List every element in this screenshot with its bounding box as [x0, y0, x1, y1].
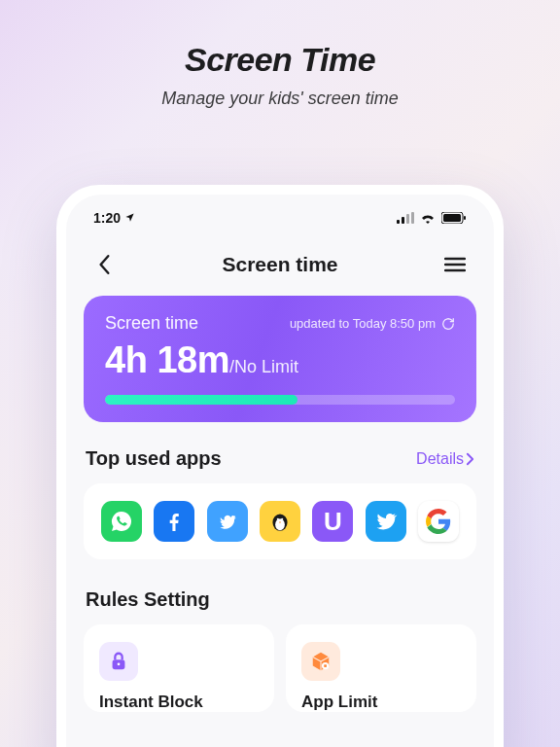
- nav-title: Screen time: [222, 253, 337, 276]
- rules-title: Rules Setting: [86, 588, 474, 611]
- status-time: 1:20: [93, 210, 121, 226]
- app-twitter[interactable]: [366, 501, 406, 542]
- rule-app-limit[interactable]: App Limit: [286, 624, 476, 712]
- svg-rect-3: [411, 212, 414, 224]
- card-label: Screen time: [105, 313, 198, 334]
- device-frame: 1:20 Screen time: [56, 185, 504, 747]
- svg-rect-2: [406, 214, 409, 224]
- time-limit: /No Limit: [229, 357, 298, 377]
- card-updated: updated to Today 8:50 pm: [290, 316, 455, 331]
- svg-rect-1: [402, 217, 404, 224]
- refresh-icon: [441, 317, 455, 331]
- details-link[interactable]: Details: [416, 450, 474, 468]
- app-whatsapp[interactable]: [101, 501, 142, 542]
- svg-point-15: [118, 662, 121, 665]
- app-facebook[interactable]: [154, 501, 194, 542]
- rule-name: App Limit: [301, 693, 461, 712]
- menu-button[interactable]: [441, 251, 469, 278]
- lock-icon: [108, 651, 129, 672]
- svg-rect-6: [464, 216, 466, 220]
- box-icon: [310, 651, 332, 672]
- top-used-title: Top used apps: [86, 447, 222, 470]
- progress-track: [105, 395, 455, 405]
- svg-rect-0: [397, 220, 400, 224]
- app-google[interactable]: [418, 501, 459, 542]
- location-icon: [124, 210, 135, 226]
- app-u[interactable]: U: [312, 501, 353, 542]
- time-value: 4h 18m: [105, 339, 229, 381]
- progress-fill: [105, 395, 298, 405]
- card-updated-text: updated to Today 8:50 pm: [290, 316, 436, 331]
- svg-point-13: [281, 518, 283, 520]
- app-penguin[interactable]: [260, 501, 300, 542]
- hero-title: Screen Time: [0, 41, 560, 79]
- svg-rect-5: [443, 214, 461, 222]
- hero-subtitle: Manage your kids' screen time: [0, 89, 560, 109]
- svg-point-11: [275, 518, 285, 530]
- top-used-apps: U: [84, 483, 476, 559]
- battery-icon: [441, 212, 467, 224]
- device-screen: 1:20 Screen time: [66, 195, 494, 747]
- signal-icon: [397, 212, 414, 224]
- details-link-label: Details: [416, 450, 464, 468]
- status-bar: 1:20: [84, 208, 476, 233]
- svg-point-12: [277, 518, 279, 520]
- back-button[interactable]: [91, 251, 119, 278]
- chevron-right-icon: [466, 452, 474, 466]
- svg-rect-17: [324, 664, 327, 667]
- wifi-icon: [420, 212, 436, 224]
- rule-instant-block[interactable]: Instant Block: [84, 624, 274, 712]
- screen-time-card[interactable]: Screen time updated to Today 8:50 pm 4h …: [84, 296, 476, 422]
- rule-name: Instant Block: [99, 693, 259, 712]
- app-bird[interactable]: [207, 501, 248, 542]
- nav-bar: Screen time: [84, 233, 476, 296]
